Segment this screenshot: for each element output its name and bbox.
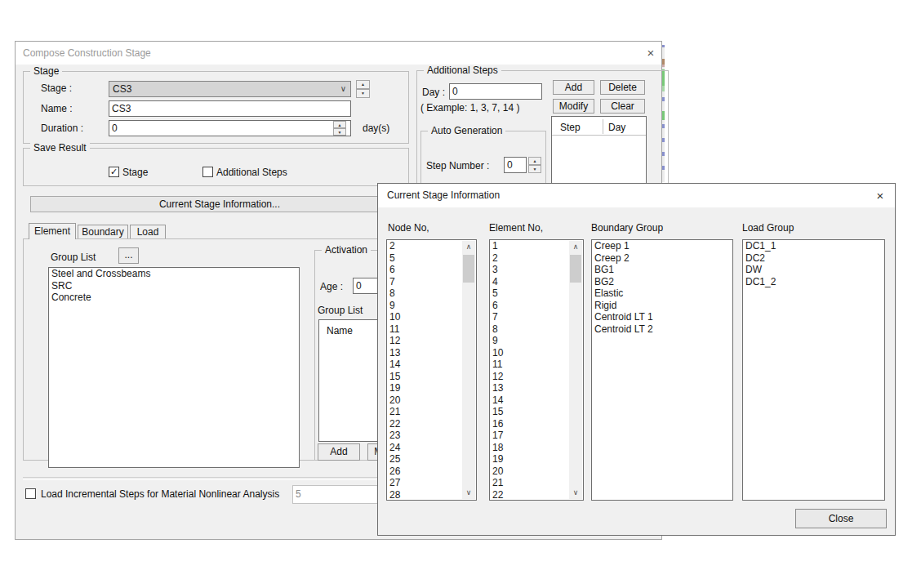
- boundary-group-list[interactable]: Creep 1Creep 2BG1BG2ElasticRigidCentroid…: [591, 239, 733, 501]
- node-list-scrollbar[interactable]: ∧ ∨: [462, 241, 475, 499]
- element-group-list[interactable]: Steel and CrossbeamsSRCConcrete: [48, 267, 300, 468]
- node-no-list[interactable]: ∧ ∨ 256789101112131415192021222324252627…: [386, 239, 477, 501]
- list-item[interactable]: 14: [387, 359, 462, 371]
- list-item[interactable]: 17: [490, 430, 569, 442]
- list-item[interactable]: 12: [490, 371, 569, 383]
- additional-steps-checkbox[interactable]: [202, 167, 213, 177]
- spin-down-icon[interactable]: ▼: [333, 128, 346, 136]
- list-item[interactable]: 2: [387, 240, 462, 252]
- list-item[interactable]: 27: [387, 477, 462, 489]
- list-item[interactable]: BG1: [592, 264, 732, 276]
- scrollbar-thumb[interactable]: [463, 255, 474, 283]
- list-item[interactable]: DC1_2: [743, 276, 884, 288]
- list-item[interactable]: 28: [387, 489, 462, 501]
- list-item[interactable]: DC2: [743, 252, 884, 265]
- load-incremental-steps-checkbox[interactable]: [25, 488, 36, 499]
- list-item[interactable]: 20: [387, 394, 462, 407]
- element-list-scrollbar[interactable]: ∧ ∨: [569, 241, 582, 499]
- scroll-down-icon[interactable]: ∨: [462, 487, 475, 499]
- duration-input[interactable]: 0: [109, 120, 351, 136]
- list-item[interactable]: 26: [387, 466, 462, 478]
- list-item[interactable]: 6: [387, 264, 462, 276]
- close-icon[interactable]: ×: [872, 188, 888, 204]
- stage-spinner[interactable]: ▲ ▼: [356, 80, 370, 98]
- stage-checkbox[interactable]: ✓: [109, 167, 119, 177]
- list-item[interactable]: 16: [490, 418, 569, 430]
- scroll-down-icon[interactable]: ∨: [569, 487, 582, 499]
- list-item[interactable]: 20: [490, 466, 569, 478]
- list-item[interactable]: 22: [387, 418, 462, 430]
- list-item[interactable]: SRC: [49, 280, 299, 292]
- close-icon[interactable]: ×: [643, 45, 659, 61]
- list-item[interactable]: 19: [490, 453, 569, 466]
- list-item[interactable]: 11: [490, 359, 569, 371]
- close-button[interactable]: Close: [795, 509, 887, 528]
- step-number-input[interactable]: 0: [504, 157, 527, 173]
- list-item[interactable]: 2: [490, 252, 569, 265]
- list-item[interactable]: Elastic: [592, 287, 732, 300]
- list-item[interactable]: 8: [387, 287, 462, 300]
- list-item[interactable]: 25: [387, 453, 462, 466]
- name-input[interactable]: CS3: [109, 100, 351, 117]
- steps-modify-button[interactable]: Modify: [553, 99, 594, 114]
- list-item[interactable]: 6: [490, 300, 569, 312]
- tab-boundary[interactable]: Boundary: [78, 225, 128, 239]
- main-dialog-titlebar[interactable]: Compose Construction Stage ×: [16, 42, 661, 65]
- element-no-list[interactable]: ∧ ∨ 12345678910111213141516171819202122: [489, 239, 584, 501]
- list-item[interactable]: 23: [387, 430, 462, 442]
- scroll-up-icon[interactable]: ∧: [462, 241, 475, 253]
- list-item[interactable]: 3: [490, 264, 569, 276]
- list-item[interactable]: Concrete: [49, 292, 299, 304]
- list-item[interactable]: 11: [387, 323, 462, 336]
- scroll-up-icon[interactable]: ∧: [569, 241, 582, 253]
- list-item[interactable]: 22: [490, 489, 569, 501]
- steps-delete-button[interactable]: Delete: [600, 80, 645, 95]
- spin-down-icon[interactable]: ▼: [356, 89, 370, 98]
- list-item[interactable]: 1: [490, 240, 569, 252]
- list-item[interactable]: 10: [490, 347, 569, 359]
- list-item[interactable]: 15: [387, 371, 462, 383]
- chevron-down-icon[interactable]: ∨: [340, 82, 346, 96]
- steps-add-button[interactable]: Add: [553, 80, 594, 95]
- list-item[interactable]: 12: [387, 335, 462, 347]
- list-item[interactable]: 8: [490, 323, 569, 336]
- spin-up-icon[interactable]: ▲: [528, 157, 541, 165]
- spin-up-icon[interactable]: ▲: [356, 80, 370, 89]
- list-item[interactable]: 9: [490, 335, 569, 347]
- list-item[interactable]: 19: [387, 382, 462, 394]
- step-number-spinner[interactable]: ▲ ▼: [528, 157, 541, 173]
- info-dialog-titlebar[interactable]: Current Stage Information ×: [378, 184, 895, 207]
- load-group-list[interactable]: DC1_1DC2DWDC1_2: [742, 239, 885, 501]
- list-item[interactable]: DW: [743, 264, 884, 276]
- list-item[interactable]: Creep 2: [592, 252, 732, 265]
- tab-load[interactable]: Load: [130, 225, 166, 239]
- list-item[interactable]: 13: [387, 347, 462, 359]
- list-item[interactable]: 9: [387, 300, 462, 312]
- list-item[interactable]: 10: [387, 311, 462, 323]
- list-item[interactable]: Centroid LT 1: [592, 311, 732, 323]
- list-item[interactable]: Centroid LT 2: [592, 323, 732, 336]
- list-item[interactable]: 24: [387, 442, 462, 454]
- list-item[interactable]: DC1_1: [743, 240, 884, 252]
- list-item[interactable]: Rigid: [592, 300, 732, 312]
- scrollbar-thumb[interactable]: [570, 255, 581, 283]
- list-item[interactable]: Steel and Crossbeams: [49, 268, 299, 280]
- steps-clear-button[interactable]: Clear: [600, 99, 645, 114]
- group-list-browse-button[interactable]: ...: [118, 247, 139, 264]
- current-stage-information-button[interactable]: Current Stage Information...: [30, 196, 409, 212]
- list-item[interactable]: 21: [490, 477, 569, 489]
- list-item[interactable]: 5: [387, 252, 462, 265]
- list-item[interactable]: 18: [490, 442, 569, 454]
- tab-element[interactable]: Element: [29, 223, 76, 239]
- list-item[interactable]: 14: [490, 394, 569, 407]
- list-item[interactable]: 5: [490, 287, 569, 300]
- list-item[interactable]: Creep 1: [592, 240, 732, 252]
- list-item[interactable]: 13: [490, 382, 569, 394]
- list-item[interactable]: 15: [490, 406, 569, 418]
- list-item[interactable]: BG2: [592, 276, 732, 288]
- duration-spinner[interactable]: ▲ ▼: [333, 121, 346, 136]
- list-item[interactable]: 7: [387, 276, 462, 288]
- list-item[interactable]: 7: [490, 311, 569, 323]
- stage-combobox[interactable]: CS3 ∨: [109, 81, 351, 97]
- list-item[interactable]: 21: [387, 406, 462, 418]
